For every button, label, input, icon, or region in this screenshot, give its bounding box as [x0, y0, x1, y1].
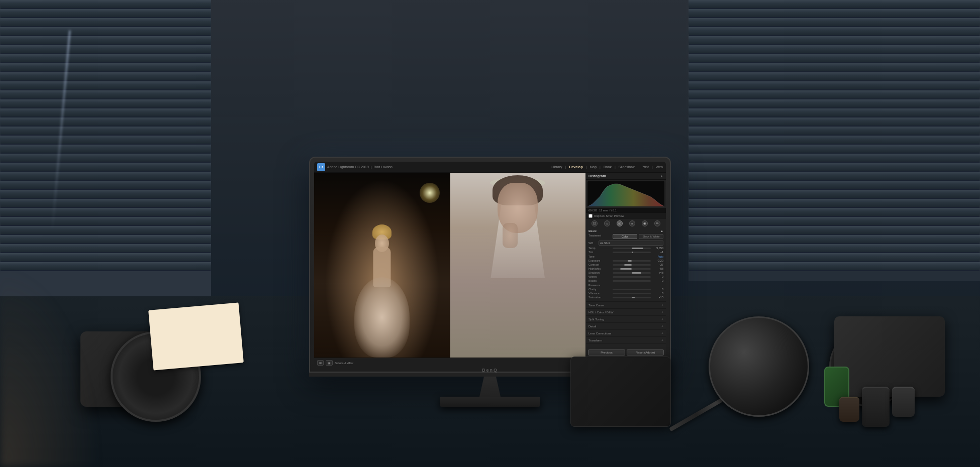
shadows-slider[interactable]: [613, 272, 651, 274]
detail-section[interactable]: Detail +: [586, 323, 666, 330]
adjustment-brush-icon[interactable]: ✏: [654, 220, 660, 226]
exposure-value: -0.20: [652, 259, 663, 262]
crop-tool-icon[interactable]: ⊡: [592, 220, 598, 226]
highlights-row: Highlights -58: [589, 267, 663, 270]
blacks-row: Blacks 0: [589, 279, 663, 282]
nav-print[interactable]: Print: [641, 165, 648, 169]
tone-label: Tone: [589, 255, 595, 258]
contrast-slider[interactable]: [613, 264, 651, 266]
contrast-row: Contrast -27: [589, 263, 663, 266]
lens-large: [709, 316, 809, 417]
preview-label: Original / Smart Preview: [594, 214, 624, 217]
temp-value: 5,050: [652, 247, 663, 250]
focal-length: 12 mm: [599, 209, 608, 212]
tone-auto-btn[interactable]: Auto: [658, 255, 663, 258]
split-toning-expand-icon: +: [661, 317, 663, 321]
aperture: f / 8.1: [610, 209, 617, 212]
split-toning-section[interactable]: Split Toning +: [586, 316, 666, 323]
tint-value: +1: [652, 251, 663, 254]
bride-dress-before: [354, 277, 410, 358]
tone-curve-expand-icon: +: [661, 303, 663, 307]
transform-section[interactable]: Transform +: [586, 337, 666, 344]
spot-removal-tool-icon[interactable]: ○: [604, 220, 610, 226]
basic-collapse-icon[interactable]: ▲: [660, 229, 663, 232]
monitor-frame: Lr Adobe Lightroom CC 2019 | Rod Lawton …: [309, 157, 671, 373]
clarity-value: 0: [652, 288, 663, 291]
nav-sep-5: |: [638, 165, 639, 169]
wb-row: WB As Shot: [589, 241, 663, 246]
clarity-slider[interactable]: [613, 289, 651, 290]
tone-curve-section[interactable]: Tone Curve +: [586, 302, 666, 309]
tint-row: Tint +1: [589, 251, 663, 254]
tone-row-header: Tone Auto: [589, 255, 663, 258]
nav-slideshow[interactable]: Slideshow: [619, 165, 635, 169]
hsl-label: HSL / Color / B&W: [589, 311, 613, 314]
lens-corrections-section[interactable]: Lens Corrections +: [586, 330, 666, 337]
studio-light: [420, 183, 440, 203]
saturation-row: Saturation +15: [589, 296, 663, 299]
reset-button[interactable]: Reset (Adobe): [627, 349, 664, 356]
whites-slider[interactable]: [613, 276, 651, 278]
toolbar-grid-btn[interactable]: ⊞: [317, 360, 324, 366]
highlights-slider[interactable]: [613, 268, 651, 270]
wb-select[interactable]: As Shot: [599, 241, 663, 246]
whites-label: Whites: [589, 275, 611, 278]
preview-checkbox[interactable]: [589, 214, 593, 218]
saturation-label: Saturation: [589, 296, 611, 299]
shadows-label: Shadows: [589, 271, 611, 274]
lens-cylinder-2: [892, 387, 915, 417]
monitor-stand-base: [440, 397, 540, 407]
detail-expand-icon: +: [661, 324, 663, 328]
monitor-screen: Lr Adobe Lightroom CC 2019 | Rod Lawton …: [314, 162, 666, 368]
blacks-value: 0: [652, 279, 663, 282]
exposure-label: Exposure: [589, 259, 611, 262]
nav-develop[interactable]: Develop: [569, 165, 582, 169]
window-blinds-left: [0, 0, 211, 311]
treatment-bw-btn[interactable]: Black & White: [639, 234, 663, 239]
nav-web[interactable]: Web: [656, 165, 663, 169]
treatment-color-btn[interactable]: Color: [613, 234, 637, 239]
whites-row: Whites 0: [589, 275, 663, 278]
radial-filter-icon[interactable]: ◉: [642, 220, 648, 226]
transform-expand-icon: +: [661, 338, 663, 342]
nav-sep-2: |: [586, 165, 587, 169]
tint-slider[interactable]: [613, 252, 651, 253]
graduated-filter-icon[interactable]: ≡: [629, 220, 635, 226]
lr-main-area: Histogram ▲: [314, 173, 666, 358]
blacks-label: Blacks: [589, 279, 611, 282]
nav-library[interactable]: Library: [551, 165, 562, 169]
histogram-display: [587, 181, 664, 206]
hsl-section[interactable]: HSL / Color / B&W +: [586, 309, 666, 316]
split-toning-label: Split Toning: [589, 318, 604, 321]
saturation-value: +15: [652, 296, 663, 299]
whites-value: 0: [652, 275, 663, 278]
exposure-slider[interactable]: [613, 260, 651, 262]
bride-hand-after: [503, 223, 518, 248]
red-eye-tool-icon[interactable]: ◎: [617, 220, 623, 226]
lr-navigation: Library | Develop | Map | Book | Slidesh…: [551, 165, 663, 169]
contrast-value: -27: [652, 263, 663, 266]
basic-section: Basic ▲ Treatment Color Black & White: [586, 228, 666, 302]
lens-corrections-label: Lens Corrections: [589, 332, 611, 335]
treatment-label: Treatment: [589, 234, 611, 239]
contrast-label: Contrast: [589, 263, 611, 266]
vibrance-slider[interactable]: [613, 293, 651, 294]
histogram-expand-icon[interactable]: ▲: [660, 174, 663, 178]
toolbar-loupe-btn[interactable]: ▣: [326, 360, 333, 366]
saturation-slider[interactable]: [613, 297, 651, 298]
previous-button[interactable]: Previous: [588, 349, 625, 356]
nav-map[interactable]: Map: [590, 165, 597, 169]
lr-app-title: Adobe Lightroom CC 2019 | Rod Lawton: [327, 165, 551, 169]
lr-topbar: Lr Adobe Lightroom CC 2019 | Rod Lawton …: [314, 162, 666, 173]
lens-corrections-expand-icon: +: [661, 331, 663, 335]
benq-logo: BenQ: [482, 368, 498, 373]
wb-label: WB: [589, 242, 599, 245]
blacks-slider[interactable]: [613, 280, 651, 282]
temp-slider[interactable]: [613, 248, 651, 249]
histogram-title: Histogram: [589, 174, 606, 178]
nav-book[interactable]: Book: [604, 165, 612, 169]
nav-sep-3: |: [600, 165, 601, 169]
nav-sep-4: |: [615, 165, 616, 169]
lens-cylinder-3: [839, 397, 859, 422]
lightroom-app: Lr Adobe Lightroom CC 2019 | Rod Lawton …: [314, 162, 666, 368]
